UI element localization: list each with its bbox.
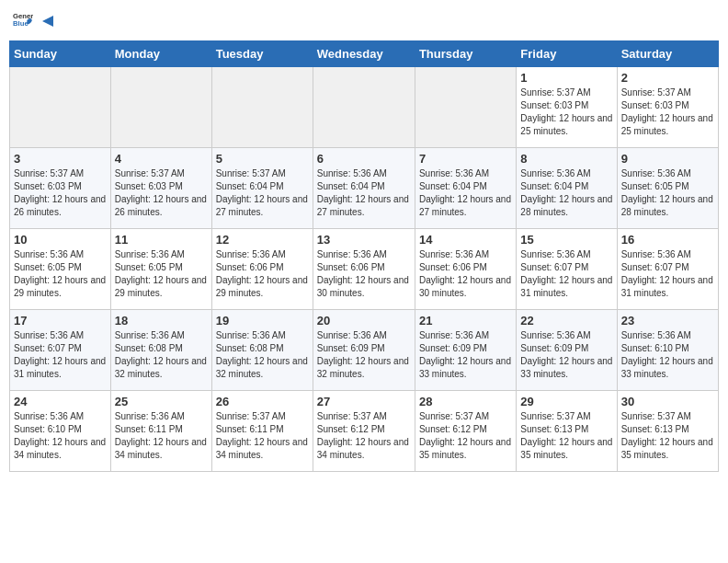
day-number: 19 — [216, 314, 309, 327]
calendar-cell — [313, 67, 415, 148]
day-info: Sunrise: 5:36 AMSunset: 6:06 PMDaylight:… — [317, 248, 411, 300]
day-info: Sunrise: 5:37 AMSunset: 6:13 PMDaylight:… — [621, 410, 714, 462]
calendar-cell: 14Sunrise: 5:36 AMSunset: 6:06 PMDayligh… — [415, 229, 516, 310]
day-number: 24 — [14, 395, 107, 408]
calendar-cell: 11Sunrise: 5:36 AMSunset: 6:05 PMDayligh… — [110, 229, 211, 310]
day-info: Sunrise: 5:37 AMSunset: 6:13 PMDaylight:… — [520, 410, 612, 462]
calendar-cell: 1Sunrise: 5:37 AMSunset: 6:03 PMDaylight… — [517, 67, 617, 148]
calendar-week-row: 1Sunrise: 5:37 AMSunset: 6:03 PMDaylight… — [10, 67, 719, 148]
day-number: 1 — [520, 71, 612, 85]
calendar-cell: 30Sunrise: 5:37 AMSunset: 6:13 PMDayligh… — [617, 391, 718, 472]
calendar-cell — [110, 67, 211, 148]
calendar-cell: 25Sunrise: 5:36 AMSunset: 6:11 PMDayligh… — [110, 391, 211, 472]
day-info: Sunrise: 5:36 AMSunset: 6:09 PMDaylight:… — [520, 329, 612, 381]
calendar-cell: 24Sunrise: 5:36 AMSunset: 6:10 PMDayligh… — [10, 391, 111, 472]
day-info: Sunrise: 5:36 AMSunset: 6:07 PMDaylight:… — [14, 329, 107, 381]
day-number: 30 — [621, 395, 714, 408]
day-info: Sunrise: 5:36 AMSunset: 6:09 PMDaylight:… — [419, 329, 512, 381]
calendar-cell — [415, 67, 516, 148]
day-number: 11 — [115, 233, 208, 247]
day-of-week-header: Saturday — [617, 41, 718, 67]
calendar-cell: 29Sunrise: 5:37 AMSunset: 6:13 PMDayligh… — [517, 391, 617, 472]
day-of-week-header: Thursday — [415, 41, 516, 67]
calendar-cell: 2Sunrise: 5:37 AMSunset: 6:03 PMDaylight… — [617, 67, 718, 148]
svg-marker-2 — [42, 16, 53, 27]
day-info: Sunrise: 5:36 AMSunset: 6:04 PMDaylight:… — [317, 167, 411, 219]
day-of-week-header: Friday — [517, 41, 617, 67]
calendar-cell: 17Sunrise: 5:36 AMSunset: 6:07 PMDayligh… — [10, 310, 111, 391]
day-of-week-header: Wednesday — [313, 41, 415, 67]
day-number: 5 — [216, 152, 309, 166]
day-number: 7 — [419, 152, 512, 166]
day-number: 6 — [317, 152, 411, 166]
day-number: 10 — [14, 233, 107, 247]
logo-icon: General Blue — [13, 9, 33, 29]
day-info: Sunrise: 5:36 AMSunset: 6:08 PMDaylight:… — [115, 329, 208, 381]
day-info: Sunrise: 5:37 AMSunset: 6:12 PMDaylight:… — [419, 410, 512, 462]
calendar-cell: 10Sunrise: 5:36 AMSunset: 6:05 PMDayligh… — [10, 229, 111, 310]
calendar-cell: 13Sunrise: 5:36 AMSunset: 6:06 PMDayligh… — [313, 229, 415, 310]
day-number: 9 — [621, 152, 714, 166]
calendar-week-row: 3Sunrise: 5:37 AMSunset: 6:03 PMDaylight… — [10, 148, 719, 229]
day-info: Sunrise: 5:36 AMSunset: 6:07 PMDaylight:… — [520, 248, 612, 300]
calendar-cell: 3Sunrise: 5:37 AMSunset: 6:03 PMDaylight… — [10, 148, 111, 229]
page-header: General Blue — [9, 9, 719, 33]
day-number: 27 — [317, 395, 411, 408]
day-of-week-header: Monday — [110, 41, 211, 67]
calendar-cell: 19Sunrise: 5:36 AMSunset: 6:08 PMDayligh… — [211, 310, 313, 391]
calendar-cell: 18Sunrise: 5:36 AMSunset: 6:08 PMDayligh… — [110, 310, 211, 391]
day-info: Sunrise: 5:36 AMSunset: 6:06 PMDaylight:… — [419, 248, 512, 300]
calendar-week-row: 10Sunrise: 5:36 AMSunset: 6:05 PMDayligh… — [10, 229, 719, 310]
day-of-week-header: Tuesday — [211, 41, 313, 67]
day-info: Sunrise: 5:36 AMSunset: 6:04 PMDaylight:… — [520, 167, 612, 219]
day-info: Sunrise: 5:36 AMSunset: 6:05 PMDaylight:… — [14, 248, 107, 300]
logo-triangle-icon — [37, 13, 53, 29]
day-info: Sunrise: 5:36 AMSunset: 6:10 PMDaylight:… — [14, 410, 107, 462]
calendar-cell — [211, 67, 313, 148]
day-info: Sunrise: 5:36 AMSunset: 6:05 PMDaylight:… — [115, 248, 208, 300]
calendar-cell: 5Sunrise: 5:37 AMSunset: 6:04 PMDaylight… — [211, 148, 313, 229]
day-number: 4 — [115, 152, 208, 166]
calendar-cell: 8Sunrise: 5:36 AMSunset: 6:04 PMDaylight… — [517, 148, 617, 229]
day-info: Sunrise: 5:36 AMSunset: 6:05 PMDaylight:… — [621, 167, 714, 219]
day-number: 15 — [520, 233, 612, 247]
day-number: 25 — [115, 395, 208, 408]
day-number: 20 — [317, 314, 411, 327]
day-info: Sunrise: 5:36 AMSunset: 6:08 PMDaylight:… — [216, 329, 309, 381]
logo: General Blue — [13, 9, 53, 33]
calendar-cell: 6Sunrise: 5:36 AMSunset: 6:04 PMDaylight… — [313, 148, 415, 229]
day-info: Sunrise: 5:37 AMSunset: 6:03 PMDaylight:… — [621, 86, 714, 138]
calendar-cell: 27Sunrise: 5:37 AMSunset: 6:12 PMDayligh… — [313, 391, 415, 472]
day-number: 12 — [216, 233, 309, 247]
day-info: Sunrise: 5:37 AMSunset: 6:03 PMDaylight:… — [14, 167, 107, 219]
calendar-header-row: SundayMondayTuesdayWednesdayThursdayFrid… — [10, 41, 719, 67]
calendar-cell — [10, 67, 111, 148]
day-info: Sunrise: 5:37 AMSunset: 6:03 PMDaylight:… — [520, 86, 612, 138]
day-number: 28 — [419, 395, 512, 408]
calendar-cell: 22Sunrise: 5:36 AMSunset: 6:09 PMDayligh… — [517, 310, 617, 391]
day-number: 16 — [621, 233, 714, 247]
day-info: Sunrise: 5:36 AMSunset: 6:04 PMDaylight:… — [419, 167, 512, 219]
day-number: 26 — [216, 395, 309, 408]
day-number: 18 — [115, 314, 208, 327]
calendar-cell: 20Sunrise: 5:36 AMSunset: 6:09 PMDayligh… — [313, 310, 415, 391]
svg-text:Blue: Blue — [13, 19, 28, 28]
day-info: Sunrise: 5:37 AMSunset: 6:11 PMDaylight:… — [216, 410, 309, 462]
day-number: 3 — [14, 152, 107, 166]
day-number: 14 — [419, 233, 512, 247]
calendar-cell: 4Sunrise: 5:37 AMSunset: 6:03 PMDaylight… — [110, 148, 211, 229]
calendar-cell: 23Sunrise: 5:36 AMSunset: 6:10 PMDayligh… — [617, 310, 718, 391]
calendar-week-row: 24Sunrise: 5:36 AMSunset: 6:10 PMDayligh… — [10, 391, 719, 472]
day-number: 2 — [621, 71, 714, 85]
day-info: Sunrise: 5:37 AMSunset: 6:03 PMDaylight:… — [115, 167, 208, 219]
calendar-cell: 7Sunrise: 5:36 AMSunset: 6:04 PMDaylight… — [415, 148, 516, 229]
day-info: Sunrise: 5:36 AMSunset: 6:07 PMDaylight:… — [621, 248, 714, 300]
day-info: Sunrise: 5:37 AMSunset: 6:12 PMDaylight:… — [317, 410, 411, 462]
day-number: 29 — [520, 395, 612, 408]
day-number: 8 — [520, 152, 612, 166]
calendar-cell: 26Sunrise: 5:37 AMSunset: 6:11 PMDayligh… — [211, 391, 313, 472]
day-info: Sunrise: 5:36 AMSunset: 6:06 PMDaylight:… — [216, 248, 309, 300]
calendar-table: SundayMondayTuesdayWednesdayThursdayFrid… — [9, 40, 719, 472]
day-number: 13 — [317, 233, 411, 247]
day-number: 22 — [520, 314, 612, 327]
